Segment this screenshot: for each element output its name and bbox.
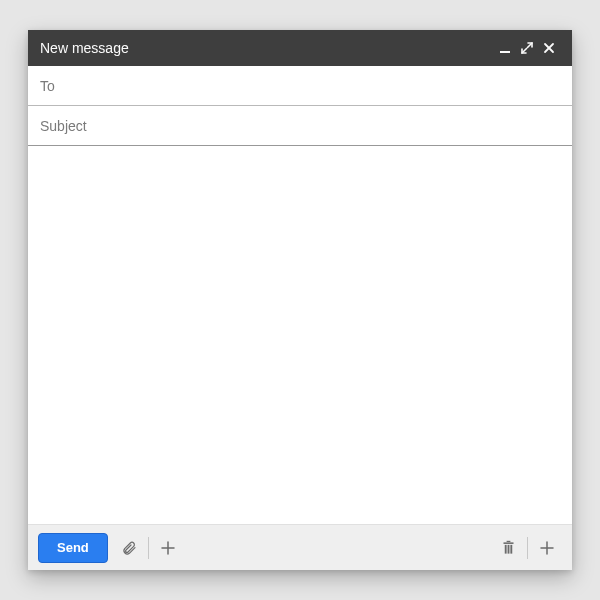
- svg-rect-1: [503, 542, 513, 544]
- send-button[interactable]: Send: [38, 533, 108, 563]
- fullscreen-button[interactable]: [516, 37, 538, 59]
- plus-icon: [161, 541, 175, 555]
- expand-icon: [521, 42, 533, 54]
- svg-rect-3: [504, 544, 506, 553]
- titlebar: New message: [28, 30, 572, 66]
- compose-window: New message To Subject Send: [28, 30, 572, 570]
- close-button[interactable]: [538, 37, 560, 59]
- subject-field[interactable]: Subject: [28, 106, 572, 146]
- to-label: To: [40, 78, 55, 94]
- minimize-icon: [499, 42, 511, 54]
- message-body[interactable]: [28, 146, 572, 524]
- separator: [148, 537, 149, 559]
- subject-label: Subject: [40, 118, 87, 134]
- minimize-button[interactable]: [494, 37, 516, 59]
- svg-rect-5: [510, 544, 512, 553]
- close-icon: [543, 42, 555, 54]
- plus-icon: [540, 541, 554, 555]
- insert-button-left[interactable]: [153, 533, 183, 563]
- separator: [527, 537, 528, 559]
- more-options-button[interactable]: [532, 533, 562, 563]
- to-field[interactable]: To: [28, 66, 572, 106]
- discard-button[interactable]: [493, 533, 523, 563]
- window-title: New message: [40, 40, 494, 56]
- attach-button[interactable]: [114, 533, 144, 563]
- svg-rect-4: [507, 544, 509, 553]
- paperclip-icon: [121, 540, 137, 556]
- bottom-toolbar: Send: [28, 524, 572, 570]
- send-button-label: Send: [57, 540, 89, 555]
- svg-rect-2: [506, 540, 510, 541]
- header-fields: To Subject: [28, 66, 572, 146]
- trash-icon: [501, 540, 516, 556]
- svg-rect-0: [500, 51, 510, 53]
